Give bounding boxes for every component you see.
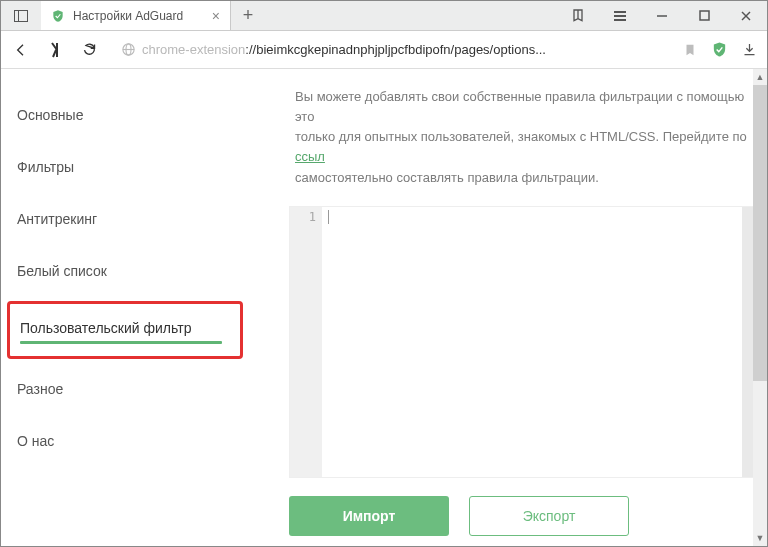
download-icon[interactable] <box>742 42 757 57</box>
back-button[interactable] <box>11 40 31 60</box>
page-content: Основные Фильтры Антитрекинг Белый списо… <box>1 69 767 546</box>
line-gutter: 1 <box>290 207 322 477</box>
sidebar-item-general[interactable]: Основные <box>1 89 249 141</box>
text-cursor <box>328 210 329 224</box>
close-button[interactable] <box>725 10 767 22</box>
svg-rect-0 <box>15 10 28 21</box>
reload-button[interactable] <box>79 40 99 60</box>
code-area[interactable] <box>322 207 754 477</box>
line-number: 1 <box>290 210 316 224</box>
sidebar-item-user-filter[interactable]: Пользовательский фильтр <box>7 301 243 359</box>
scroll-up-icon[interactable]: ▲ <box>753 69 767 85</box>
sidebar-toggle-icon[interactable] <box>1 1 41 30</box>
title-bar: Настройки AdGuard × + <box>1 1 767 31</box>
scroll-down-icon[interactable]: ▼ <box>753 530 767 546</box>
button-row: Импорт Экспорт <box>289 496 755 536</box>
bookmark-icon[interactable] <box>683 42 697 58</box>
help-link[interactable]: ссыл <box>295 149 325 164</box>
adguard-shield-icon[interactable] <box>711 41 728 58</box>
svg-rect-7 <box>700 11 709 20</box>
active-underline <box>20 341 222 344</box>
sidebar-item-label: Пользовательский фильтр <box>20 320 230 336</box>
scroll-thumb[interactable] <box>753 85 767 381</box>
sidebar-item-whitelist[interactable]: Белый список <box>1 245 249 297</box>
sidebar-item-about[interactable]: О нас <box>1 415 249 467</box>
main-panel: Вы можете добавлять свои собственные пра… <box>249 69 767 546</box>
url-scheme: chrome-extension <box>142 42 245 57</box>
yandex-logo-icon[interactable] <box>45 40 65 60</box>
export-button[interactable]: Экспорт <box>469 496 629 536</box>
page-scrollbar[interactable]: ▲ ▼ <box>753 69 767 546</box>
minimize-button[interactable] <box>641 10 683 22</box>
tab-title: Настройки AdGuard <box>73 9 183 23</box>
menu-icon[interactable] <box>599 10 641 22</box>
maximize-button[interactable] <box>683 10 725 21</box>
import-button[interactable]: Импорт <box>289 496 449 536</box>
description-text: Вы можете добавлять свои собственные пра… <box>249 87 755 188</box>
reader-mode-icon[interactable] <box>557 8 599 24</box>
sidebar-item-filters[interactable]: Фильтры <box>1 141 249 193</box>
settings-sidebar: Основные Фильтры Антитрекинг Белый списо… <box>1 69 249 546</box>
address-bar: chrome-extension://bieimkcgkepinadnphjpl… <box>1 31 767 69</box>
browser-tab[interactable]: Настройки AdGuard × <box>41 1 231 30</box>
globe-icon <box>121 42 136 57</box>
url-path: ://bieimkcgkepinadnphjpljpcfbdipofn/page… <box>245 42 546 57</box>
new-tab-button[interactable]: + <box>231 1 265 30</box>
sidebar-item-antitracking[interactable]: Антитрекинг <box>1 193 249 245</box>
sidebar-item-misc[interactable]: Разное <box>1 363 249 415</box>
tab-close-icon[interactable]: × <box>212 8 220 24</box>
url-field[interactable]: chrome-extension://bieimkcgkepinadnphjpl… <box>113 37 669 63</box>
shield-icon <box>51 9 65 23</box>
rules-editor[interactable]: 1 <box>289 206 755 478</box>
